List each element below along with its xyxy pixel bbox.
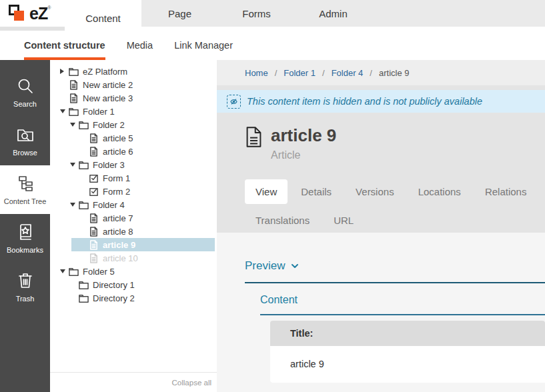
expander-expanded-icon[interactable] [70,163,79,167]
subnav-tab-content-structure[interactable]: Content structure [24,40,105,60]
expander-expanded-icon[interactable] [60,109,69,113]
form-icon [89,173,103,183]
breadcrumb: Home/Folder 1/Folder 4/article 9 [217,60,545,85]
preview-section-label: Preview [245,259,285,273]
page-title: article 9 [271,126,336,146]
tab-versions[interactable]: Versions [345,179,405,204]
content-tree-icon [16,174,35,194]
tree-item-label: article 6 [103,147,133,157]
main-nav-tab-forms[interactable]: Forms [218,0,295,27]
article-icon [89,133,103,143]
content-section-header: Content [260,294,545,315]
sidebar: SearchBrowseContent TreeBookmarksTrash [0,60,50,392]
article-icon [89,240,103,250]
tree-item-folder-3[interactable]: Folder 3 [50,158,217,171]
article-icon [89,253,103,263]
sidebar-item-label: Bookmarks [7,246,43,254]
tree-item-label: article 9 [103,240,135,250]
tab-relations[interactable]: Relations [474,179,538,204]
sidebar-item-label: Browse [13,149,37,157]
tree-item-label: article 7 [103,213,133,223]
content-tabs: ViewDetailsVersionsLocationsRelationsTra… [245,179,540,233]
tree-item-label: Folder 2 [93,120,125,130]
folder-icon [79,200,93,210]
tree-item-folder-2[interactable]: Folder 2 [50,118,217,131]
tree-item-label: Directory 1 [93,280,135,290]
breadcrumb-folder-1[interactable]: Folder 1 [284,68,316,78]
folder-icon [79,293,93,303]
tree-item-ez-platform[interactable]: eZ Platform [50,65,217,78]
breadcrumb-separator: / [275,68,278,78]
sidebar-item-label: Search [13,100,37,108]
folder-icon [79,120,93,130]
expander-collapsed-icon[interactable] [60,69,69,74]
tab-details[interactable]: Details [290,179,342,204]
preview-section-header[interactable]: Preview [245,259,545,283]
breadcrumb-folder-4[interactable]: Folder 4 [332,68,364,78]
breadcrumb-home[interactable]: Home [245,68,268,78]
tree-item-folder-5[interactable]: Folder 5 [50,265,217,278]
tree-item-directory-2[interactable]: Directory 2 [50,291,217,305]
sidebar-item-bookmarks[interactable]: Bookmarks [0,214,50,263]
tree-item-folder-1[interactable]: Folder 1 [50,105,217,118]
tree-item-label: Folder 3 [93,160,125,170]
folder-icon [79,160,93,170]
main-nav: ContentPageFormsAdmin [65,0,372,27]
tree-item-label: article 5 [103,133,133,143]
tree-item-directory-1[interactable]: Directory 1 [50,278,217,291]
registered-mark: ® [47,5,51,10]
sidebar-item-browse[interactable]: Browse [0,117,50,165]
article-icon [89,147,103,157]
bookmarks-icon [16,223,35,243]
main-nav-tab-admin[interactable]: Admin [295,0,372,27]
tree-item-article-7[interactable]: article 7 [50,211,217,225]
tab-view[interactable]: View [245,179,288,204]
tab-url[interactable]: URL [323,208,364,233]
folder-icon [69,267,83,277]
field-label: Title: [270,321,545,346]
main-nav-tab-content[interactable]: Content [65,0,141,37]
breadcrumb-separator: / [370,68,372,78]
article-type-icon [245,126,263,161]
tree-item-article-10[interactable]: article 10 [50,251,217,265]
search-icon [16,77,35,97]
ez-logo[interactable]: eZ ® [0,0,65,27]
tree-item-new-article-2[interactable]: New article 2 [50,78,217,91]
tree-item-article-6[interactable]: article 6 [50,145,217,158]
sidebar-item-label: Content Tree [4,197,47,205]
article-icon [69,80,83,90]
content-type-label: Article [271,149,336,161]
tree-item-form-1[interactable]: Form 1 [50,171,217,185]
content-tree: eZ PlatformNew article 2New article 3Fol… [50,65,217,305]
tab-locations[interactable]: Locations [408,179,472,204]
tree-footer: Collapse all [50,372,217,392]
expander-expanded-icon[interactable] [60,269,69,273]
collapse-all-button[interactable]: Collapse all [172,379,211,387]
sidebar-item-content-tree[interactable]: Content Tree [0,165,50,214]
tree-item-form-2[interactable]: Form 2 [50,185,217,198]
tree-item-folder-4[interactable]: Folder 4 [50,198,217,211]
tree-item-article-5[interactable]: article 5 [50,131,217,145]
subnav-tab-media[interactable]: Media [127,40,153,60]
browse-icon [16,125,35,145]
topbar: eZ ® ContentPageFormsAdmin [0,0,545,27]
content-section: Content Title:article 9 [260,294,545,383]
tab-translations[interactable]: Translations [245,208,320,233]
tree-item-label: article 8 [103,227,133,237]
tree-item-label: Folder 4 [93,200,125,210]
tree-item-article-8[interactable]: article 8 [50,225,217,238]
expander-expanded-icon[interactable] [70,203,79,207]
tree-item-new-article-3[interactable]: New article 3 [50,91,217,105]
workspace: SearchBrowseContent TreeBookmarksTrash e… [0,60,545,392]
tree-item-label: eZ Platform [83,67,127,77]
main-nav-tab-page[interactable]: Page [141,0,218,27]
tree-item-label: article 10 [103,253,138,263]
breadcrumb-article-9: article 9 [379,68,410,78]
subnav-tab-link-manager[interactable]: Link Manager [174,40,233,60]
sidebar-item-search[interactable]: Search [0,68,50,117]
expander-expanded-icon[interactable] [70,123,79,127]
sidebar-item-trash[interactable]: Trash [0,263,50,311]
fields-table: Title:article 9 [270,321,545,383]
tree-item-article-9[interactable]: article 9 [50,238,217,251]
tree-item-label: New article 3 [83,93,133,103]
